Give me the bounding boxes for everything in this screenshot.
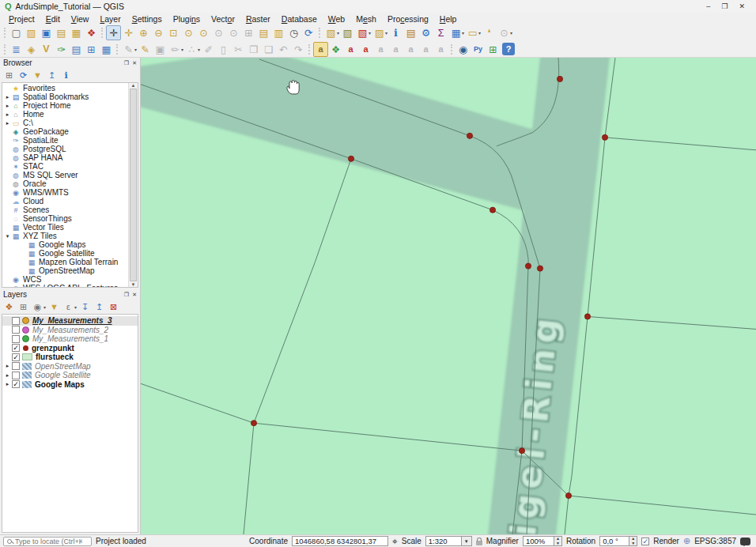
menu-web[interactable]: Web <box>323 14 350 24</box>
coordinate-value[interactable]: 1046860,58 6342801,37 <box>292 536 388 546</box>
menu-processing[interactable]: Processing <box>382 14 434 24</box>
scale-dropdown-icon[interactable]: ▼ <box>462 536 472 546</box>
browser-item[interactable]: ▦ Vector Tiles <box>2 223 138 232</box>
browser-item[interactable]: ✶ STAC <box>2 162 138 171</box>
layer-visibility-checkbox[interactable] <box>12 372 20 379</box>
statistical-summary-icon[interactable]: Σ <box>433 25 448 40</box>
browser-collapse-all-icon[interactable]: ↥ <box>45 69 59 81</box>
layer-styling-icon[interactable]: ❖ <box>328 42 343 57</box>
layer-row[interactable]: My_Measurements_3 <box>2 316 138 326</box>
toolbar-grip[interactable] <box>319 28 321 38</box>
python-console-icon[interactable]: Py <box>471 42 486 57</box>
toolbar-grip[interactable] <box>451 44 453 55</box>
save-project-icon[interactable]: ▣ <box>39 25 54 40</box>
menu-help[interactable]: Help <box>434 14 463 24</box>
layer-row[interactable]: ✓ flurstueck <box>2 353 138 362</box>
invert-selection-dropdown[interactable]: ▾ <box>385 30 387 36</box>
locator-input[interactable] <box>15 538 82 545</box>
browser-close-button[interactable]: ✕ <box>132 60 137 66</box>
menu-raster[interactable]: Raster <box>240 14 276 24</box>
browser-scrollbar[interactable]: ▲ ▼ <box>128 83 138 287</box>
messages-icon[interactable] <box>740 538 750 545</box>
layers-float-button[interactable]: ❐ <box>124 292 129 298</box>
zoom-in-icon[interactable]: ⊕ <box>136 25 151 40</box>
zoom-full-icon[interactable]: ⊡ <box>166 25 181 40</box>
modify-attributes-icon[interactable]: ✐ <box>201 42 216 57</box>
layers-close-button[interactable]: ✕ <box>132 292 137 298</box>
pan-map-icon[interactable]: ✛ <box>106 25 121 40</box>
identify-features-icon[interactable]: ℹ <box>388 25 403 40</box>
refresh-map-icon[interactable]: ⟳ <box>301 25 316 40</box>
pan-to-selection-icon[interactable]: ✛ <box>121 25 136 40</box>
layer-visibility-checkbox[interactable]: ✓ <box>12 353 20 361</box>
expand-all-icon[interactable]: ↧ <box>78 300 92 313</box>
manage-map-themes-dropdown[interactable]: ▾ <box>43 304 46 310</box>
show-layout-manager-icon[interactable]: ▦ <box>69 25 84 40</box>
browser-item[interactable]: ▸ ⌂ Project Home <box>2 101 138 110</box>
save-layer-edits-icon[interactable]: ▣ <box>153 42 168 57</box>
add-feature-dropdown[interactable]: ▾ <box>181 47 183 52</box>
browser-item[interactable]: ◈ GeoPackage <box>2 127 138 136</box>
select-by-value-dropdown[interactable]: ▾ <box>369 30 371 36</box>
new-virtual-layer-icon[interactable]: ▦ <box>99 42 114 57</box>
browser-item[interactable]: ◍ PostgreSQL <box>2 145 138 153</box>
new-map-view-icon[interactable]: ⊞ <box>241 25 256 40</box>
browser-item[interactable]: ◉ WMS/WMTS <box>2 188 138 197</box>
layer-row[interactable]: My_Measurements_1 <box>2 334 138 344</box>
curved-label-icon[interactable]: a <box>418 42 433 57</box>
expander-icon[interactable]: ▸ <box>4 372 11 379</box>
layer-row[interactable]: My_Measurements_2 <box>2 326 138 335</box>
browser-refresh-icon[interactable]: ⟳ <box>17 69 30 81</box>
extent-toggle-icon[interactable]: ⌖ <box>392 536 398 547</box>
magnifier-value[interactable]: 100% <box>523 536 554 546</box>
render-checkbox[interactable]: ✓ <box>641 538 649 545</box>
minimize-button[interactable]: – <box>706 2 710 10</box>
map-tips-icon[interactable]: ❛ <box>482 25 497 40</box>
layer-visibility-checkbox[interactable] <box>12 317 20 325</box>
expander-icon[interactable]: ▸ <box>4 120 11 126</box>
browser-item[interactable]: ◍ Oracle <box>2 179 138 188</box>
rotation-stepper[interactable]: ▲▼ <box>629 536 637 546</box>
rotation-value[interactable]: 0,0 ° <box>599 536 629 546</box>
layer-row[interactable]: ▸ OpenStreetMap <box>2 362 138 372</box>
rotate-label-icon[interactable]: a <box>388 42 403 57</box>
highlight-pinned-labels-icon[interactable]: a <box>358 42 373 57</box>
scale-value[interactable]: 1:320 <box>425 536 462 546</box>
new-print-layout-icon[interactable]: ▤ <box>54 25 69 40</box>
osm-place-search-icon[interactable]: ◉ <box>455 42 471 57</box>
layer-row[interactable]: ✓ grenzpunkt <box>2 344 138 353</box>
menu-view[interactable]: View <box>66 14 95 24</box>
attribute-table-dropdown[interactable]: ▾ <box>462 30 464 36</box>
measure-dropdown[interactable]: ▾ <box>478 30 481 36</box>
new-shapefile-layer-icon[interactable]: V <box>39 42 54 57</box>
magnifier-stepper[interactable]: ▲▼ <box>554 536 562 546</box>
style-manager-icon[interactable]: ❖ <box>84 25 99 40</box>
change-label-icon[interactable]: a <box>403 42 418 57</box>
pin-labels-icon[interactable]: a <box>343 42 358 57</box>
browser-item[interactable]: ✑ SpatiaLite <box>2 136 138 145</box>
browser-add-layer-icon[interactable]: ⊞ <box>2 69 16 81</box>
filter-by-expression-icon[interactable]: ε <box>62 300 75 313</box>
help-icon[interactable]: ? <box>502 43 515 55</box>
zoom-to-layer-icon[interactable]: ⊙ <box>196 25 211 40</box>
paste-features-icon[interactable]: ❏ <box>261 42 276 57</box>
deselect-features-icon[interactable]: ▧ <box>340 25 355 40</box>
delete-selected-icon[interactable]: ▯ <box>216 42 231 57</box>
browser-item[interactable]: ☁ Cloud <box>2 197 138 206</box>
move-label-icon[interactable]: a <box>373 42 388 57</box>
zoom-out-icon[interactable]: ⊖ <box>151 25 166 40</box>
layer-row[interactable]: ▸ ✓ Google Maps <box>2 380 138 390</box>
toggle-editing-icon[interactable]: ✎ <box>138 42 153 57</box>
toolbar-grip[interactable] <box>4 28 6 38</box>
browser-float-button[interactable]: ❐ <box>124 60 129 66</box>
browser-filter-icon[interactable]: ▼ <box>31 69 44 81</box>
toolbar-grip[interactable] <box>116 44 119 55</box>
layer-row[interactable]: ▸ Google Satellite <box>2 371 138 380</box>
browser-item[interactable]: ▦ OpenStreetMap <box>2 266 138 275</box>
browser-item[interactable]: ▦ Google Maps <box>2 240 138 249</box>
scrollbar-thumb[interactable] <box>130 89 137 281</box>
add-group-icon[interactable]: ⊞ <box>17 300 30 313</box>
crs-status[interactable]: EPSG:3857 <box>694 537 736 545</box>
data-source-manager-icon[interactable]: ≣ <box>9 42 24 57</box>
vertex-tool-dropdown[interactable]: ▾ <box>198 47 200 52</box>
